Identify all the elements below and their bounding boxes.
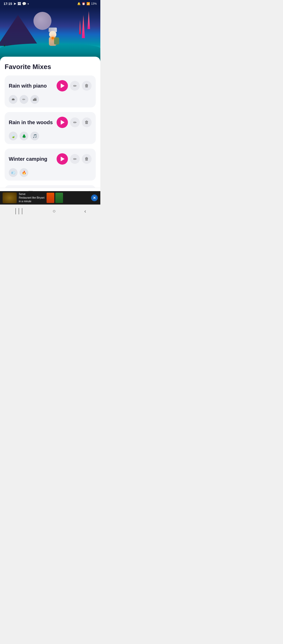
sound-chip-tree: 🌲 [20, 132, 28, 140]
delete-button-rain-piano[interactable]: 🗑 [82, 81, 92, 91]
status-left: 17:15 ➤ 🖼 💬 • [4, 2, 29, 6]
ad-text-line2: Restaurant like Biryani [19, 196, 45, 200]
mix-actions-3: ✏ 🗑 [57, 153, 92, 165]
sound-chip-rain: 🌧 [9, 95, 17, 104]
mix-name-rain-piano: Rain with piano [9, 83, 57, 89]
ad-right-images [47, 193, 63, 203]
play-button-rain-piano[interactable] [57, 80, 68, 91]
sound-chip-fire: 🔥 [20, 168, 28, 177]
mix-sounds-rain-piano: 🌧 ✏ 🏙 [9, 95, 92, 104]
ad-pkg-2 [55, 193, 63, 203]
android-back-btn[interactable]: ‹ [84, 208, 86, 214]
mix-card-top-1: Rain with piano ✏ 🗑 [9, 80, 92, 91]
sound-chip-note: 🎵 [30, 132, 39, 140]
alarm-status-icon: 🔔 [77, 2, 81, 5]
ad-close-button[interactable]: ✕ [91, 194, 98, 201]
mix-actions-2: ✏ 🗑 [57, 117, 92, 128]
hero-banner [0, 7, 100, 61]
delete-button-winter-camping[interactable]: 🗑 [82, 154, 92, 164]
dot-icon: • [28, 2, 29, 6]
edit-button-rain-piano[interactable]: ✏ [70, 81, 80, 91]
clock-status-icon: ⏰ [82, 2, 85, 5]
ad-text-block: Serve Restaurant like Biryani in a minut… [19, 192, 45, 203]
ad-image [3, 192, 17, 203]
ad-text-line3: in a minute [19, 200, 45, 203]
wifi-icon: 📶 [86, 2, 90, 5]
mix-actions-1: ✏ 🗑 [57, 80, 92, 91]
hero-spike-2 [87, 11, 90, 29]
hero-spike-3 [79, 20, 81, 34]
hero-character [46, 30, 59, 48]
android-nav: │││ ○ ‹ [0, 205, 100, 217]
mix-name-winter-camping: Winter camping [9, 156, 57, 162]
char-backpack [54, 37, 59, 45]
mix-sounds-winter-camping: 💨 🔥 [9, 168, 92, 177]
mix-card-top-3: Winter camping ✏ 🗑 [9, 153, 92, 165]
sound-chip-pen: ✏ [20, 95, 28, 104]
ad-banner: Serve Restaurant like Biryani in a minut… [0, 191, 100, 205]
delete-button-rain-woods[interactable]: 🗑 [82, 117, 92, 127]
section-title: Favorite Mixes [5, 63, 96, 71]
sound-chip-wind: 💨 [9, 168, 17, 177]
nav-icon: ➤ [13, 2, 16, 6]
status-right: 🔔 ⏰ 📶 13% [77, 2, 97, 5]
sound-chip-leaf: 🍃 [9, 132, 17, 140]
mix-card-rain-piano: Rain with piano ✏ 🗑 🌧 ✏ 🏙 [5, 75, 96, 107]
ad-pkg-1 [47, 193, 54, 203]
hero-spike-1 [82, 15, 85, 38]
battery-text: 13% [91, 2, 97, 5]
char-head [49, 31, 56, 37]
edit-button-winter-camping[interactable]: ✏ [70, 154, 80, 164]
mix-name-rain-woods: Rain in the woods [9, 120, 57, 125]
mix-card-rain-woods: Rain in the woods ✏ 🗑 🍃 🌲 🎵 [5, 112, 96, 144]
hero-mountain [0, 15, 39, 46]
mix-card-top-2: Rain in the woods ✏ 🗑 [9, 117, 92, 128]
edit-button-rain-woods[interactable]: ✏ [70, 117, 80, 127]
mix-sounds-rain-woods: 🍃 🌲 🎵 [9, 132, 92, 140]
ad-content: Serve Restaurant like Biryani in a minut… [3, 192, 90, 203]
sound-chip-city: 🏙 [30, 95, 39, 104]
img-icon: 🖼 [17, 2, 21, 6]
android-recent-btn[interactable]: │││ [14, 208, 24, 214]
ad-text-line1: Serve [19, 192, 45, 196]
android-home-btn[interactable]: ○ [52, 208, 56, 214]
play-button-rain-woods[interactable] [57, 117, 68, 128]
msg-icon: 💬 [22, 2, 26, 6]
time: 17:15 [4, 2, 12, 6]
ad-image-inner [3, 192, 17, 203]
mix-card-winter-camping: Winter camping ✏ 🗑 💨 🔥 [5, 149, 96, 181]
play-button-winter-camping[interactable] [57, 153, 68, 165]
char-light [51, 37, 54, 39]
status-bar: 17:15 ➤ 🖼 💬 • 🔔 ⏰ 📶 13% [0, 0, 100, 7]
